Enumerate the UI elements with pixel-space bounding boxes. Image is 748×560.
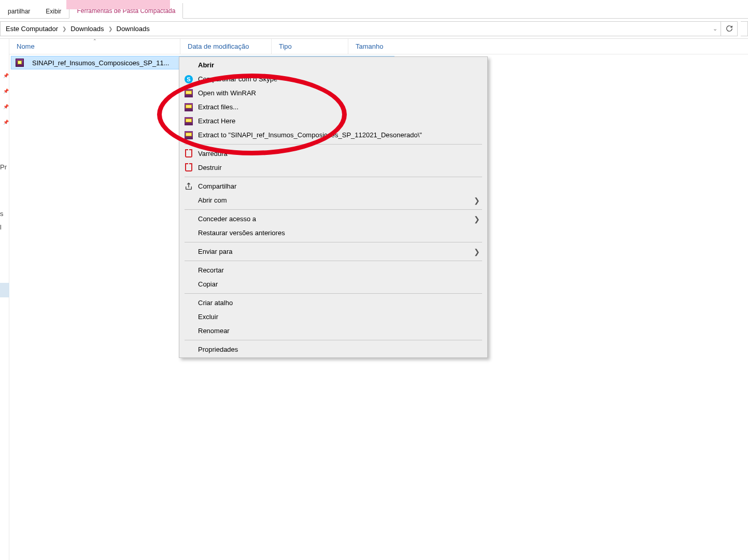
skype-icon: S <box>185 75 193 83</box>
ctx-conceder-label: Conceder acesso a <box>198 215 469 223</box>
ctx-skype-label: Compartilhar com o Skype <box>198 75 481 83</box>
nav-fragment: s <box>0 210 4 218</box>
mcafee-icon <box>185 164 193 172</box>
winrar-icon <box>185 89 193 97</box>
tab-exibir[interactable]: Exibir <box>38 3 69 19</box>
chevron-right-icon[interactable]: ❯ <box>107 26 114 32</box>
chevron-right-icon[interactable]: ❯ <box>61 26 67 32</box>
file-name: SINAPI_ref_Insumos_Composicoes_SP_11... <box>27 59 174 67</box>
menu-separator <box>185 242 482 242</box>
winrar-icon <box>185 103 193 111</box>
share-icon <box>185 182 193 191</box>
menu-separator <box>185 261 482 261</box>
nav-selected-item[interactable] <box>0 283 9 297</box>
ctx-enviar-label: Enviar para <box>198 248 469 255</box>
pin-icon: 📌 <box>3 104 9 109</box>
ctx-renomear[interactable]: • Renomear <box>179 324 487 338</box>
chevron-right-icon: ❯ <box>474 215 481 223</box>
search-box[interactable] <box>741 21 748 36</box>
ctx-copiar[interactable]: • Copiar <box>179 277 487 291</box>
menu-separator <box>185 144 482 145</box>
ctx-extract-files-label: Extract files... <box>198 103 481 111</box>
chevron-right-icon: ❯ <box>474 248 481 256</box>
nav-fragment: l <box>0 223 2 231</box>
menu-separator <box>185 209 482 210</box>
column-header-date[interactable]: Data de modificação <box>180 39 272 54</box>
contextual-group-label <box>66 0 170 9</box>
column-header-row: Nome ⌃ Data de modificação Tipo Tamanho <box>9 39 748 54</box>
ctx-recortar-label: Recortar <box>198 266 481 274</box>
ctx-destruir[interactable]: Destruir <box>179 161 487 175</box>
ctx-varredura-label: Varredura <box>198 150 481 157</box>
ctx-criar-atalho[interactable]: • Criar atalho <box>179 296 487 310</box>
ctx-extract-to-label: Extract to "SINAPI_ref_Insumos_Composico… <box>198 131 481 139</box>
mcafee-icon <box>185 150 193 158</box>
ctx-extract-to[interactable]: Extract to "SINAPI_ref_Insumos_Composico… <box>179 128 487 142</box>
crumb-downloads-1[interactable]: Downloads <box>67 23 107 35</box>
ctx-abrir-com-label: Abrir com <box>198 196 469 204</box>
pin-icon: 📌 <box>3 73 9 78</box>
ctx-open-winrar[interactable]: Open with WinRAR <box>179 86 487 100</box>
menu-separator <box>185 293 482 294</box>
column-header-type[interactable]: Tipo <box>272 39 348 54</box>
column-header-size[interactable]: Tamanho <box>348 39 400 54</box>
ctx-abrir-label: Abrir <box>198 61 481 69</box>
winrar-icon <box>185 131 193 139</box>
ctx-propriedades[interactable]: • Propriedades <box>179 342 487 356</box>
ctx-abrir[interactable]: • Abrir <box>179 58 487 72</box>
file-list: Nome ⌃ Data de modificação Tipo Tamanho … <box>9 39 748 560</box>
ctx-extract-here[interactable]: Extract Here <box>179 114 487 128</box>
breadcrumb[interactable]: Este Computador ❯ Downloads ❯ Downloads … <box>0 21 721 36</box>
pin-icon: 📌 <box>3 120 9 125</box>
crumb-downloads-2[interactable]: Downloads <box>114 23 153 35</box>
ctx-varredura[interactable]: Varredura <box>179 147 487 161</box>
refresh-button[interactable] <box>721 21 738 36</box>
pin-icon: 📌 <box>3 89 9 94</box>
ctx-propriedades-label: Propriedades <box>198 346 481 353</box>
archive-file-icon <box>16 59 24 67</box>
menu-separator <box>185 340 482 340</box>
ctx-compartilhar-label: Compartilhar <box>198 182 481 190</box>
sort-asc-icon: ⌃ <box>93 38 97 44</box>
ribbon-tabs: partilhar Exibir Ferramentas de Pasta Co… <box>0 0 748 19</box>
ctx-recortar[interactable]: • Recortar <box>179 263 487 277</box>
nav-fragment: Pr <box>0 163 7 171</box>
ctx-conceder-acesso[interactable]: • Conceder acesso a ❯ <box>179 212 487 226</box>
ctx-excluir-label: Excluir <box>198 313 481 321</box>
ctx-abrir-com[interactable]: • Abrir com ❯ <box>179 193 487 207</box>
ctx-extract-here-label: Extract Here <box>198 117 481 125</box>
column-header-name-label: Nome <box>17 42 35 50</box>
winrar-icon <box>185 117 193 125</box>
ctx-restaurar[interactable]: • Restaurar versões anteriores <box>179 226 487 240</box>
ctx-destruir-label: Destruir <box>198 164 481 171</box>
chevron-right-icon: ❯ <box>474 196 481 205</box>
ctx-enviar-para[interactable]: • Enviar para ❯ <box>179 245 487 259</box>
navigation-pane[interactable]: 📌 📌 📌 📌 Pr s l <box>0 39 9 560</box>
ctx-open-winrar-label: Open with WinRAR <box>198 89 481 97</box>
menu-separator <box>185 177 482 177</box>
ctx-excluir[interactable]: • Excluir <box>179 310 487 324</box>
context-menu: • Abrir S Compartilhar com o Skype Open … <box>179 56 488 358</box>
ctx-extract-files[interactable]: Extract files... <box>179 100 487 114</box>
ctx-compartilhar[interactable]: Compartilhar <box>179 179 487 193</box>
ctx-copiar-label: Copiar <box>198 280 481 288</box>
address-bar-row: Este Computador ❯ Downloads ❯ Downloads … <box>0 19 748 39</box>
ctx-restaurar-label: Restaurar versões anteriores <box>198 229 481 237</box>
crumb-este-computador[interactable]: Este Computador <box>3 23 61 35</box>
ctx-atalho-label: Criar atalho <box>198 299 481 307</box>
chevron-down-icon[interactable]: ⌄ <box>712 25 718 32</box>
ctx-renomear-label: Renomear <box>198 327 481 335</box>
tab-partilhar[interactable]: partilhar <box>0 3 38 19</box>
ctx-skype[interactable]: S Compartilhar com o Skype <box>179 72 487 86</box>
column-header-name[interactable]: Nome ⌃ <box>9 39 180 54</box>
